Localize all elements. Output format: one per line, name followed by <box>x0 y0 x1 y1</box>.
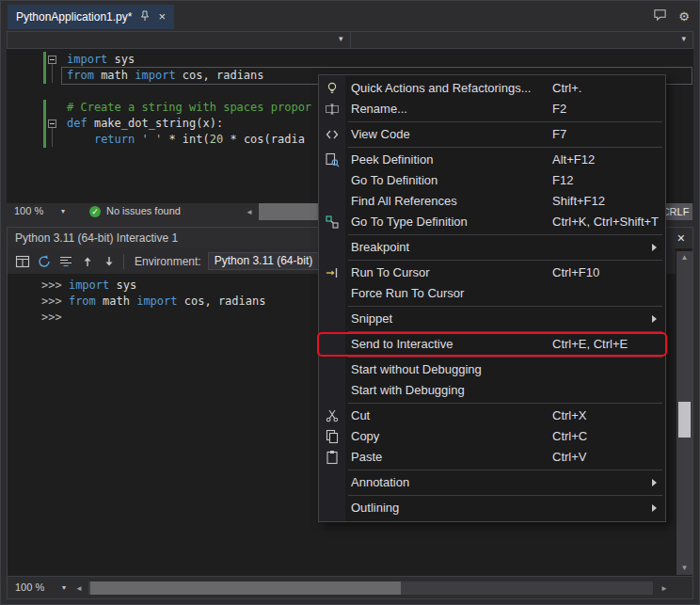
console-token: math <box>96 295 136 308</box>
pin-icon[interactable] <box>139 10 151 24</box>
peek-definition-icon <box>325 152 340 167</box>
submenu-arrow-icon <box>652 244 657 251</box>
code-token <box>135 133 141 146</box>
menu-item-label: Start with Debugging <box>351 383 465 397</box>
menu-item-cut[interactable]: Cut Ctrl+X <box>319 406 665 426</box>
menu-item-label: Start without Debugging <box>351 362 482 376</box>
menu-item-run-to-cursor[interactable]: Run To Cursor Ctrl+F10 <box>319 263 665 283</box>
console-token: import <box>136 295 177 308</box>
menu-item-snippet[interactable]: Snippet <box>319 309 665 329</box>
code-token: cos, radians <box>176 69 264 82</box>
code-token: import <box>135 69 175 82</box>
chevron-down-icon: ▾ <box>681 34 686 43</box>
menu-item-start-with-debugging[interactable]: Start with Debugging <box>319 380 665 401</box>
go-to-type-definition-icon <box>325 215 340 230</box>
submenu-arrow-icon <box>652 479 657 486</box>
code-token: 20 <box>210 133 223 146</box>
menu-separator <box>348 121 662 122</box>
types-dropdown[interactable]: ▾ <box>8 32 350 48</box>
menu-item-label: View Code <box>351 127 410 141</box>
scroll-down-icon[interactable]: ▼ <box>676 562 692 575</box>
menu-item-copy[interactable]: Copy Ctrl+C <box>319 426 665 447</box>
menu-item-label: Paste <box>351 450 382 464</box>
close-tab-icon[interactable]: × <box>158 11 166 23</box>
scroll-left-icon[interactable]: ◄ <box>246 208 253 216</box>
members-dropdown[interactable]: ▾ <box>350 32 693 48</box>
fold-collapse-icon[interactable] <box>48 56 56 64</box>
menu-item-shortcut: Ctrl+K, Ctrl+Shift+T <box>552 212 659 232</box>
copy-icon <box>325 429 340 444</box>
console-token: from <box>69 295 96 308</box>
gear-icon[interactable]: ⚙ <box>678 9 690 24</box>
menu-item-outlining[interactable]: Outlining <box>319 498 665 518</box>
menu-item-shortcut: Ctrl+E, Ctrl+E <box>552 334 628 355</box>
vs-window: PythonApplication1.py* × ⚙ ▾ ▾ <box>0 0 700 605</box>
toolbar-separator <box>123 254 124 269</box>
reset-repl-icon[interactable] <box>37 254 52 269</box>
menu-item-shortcut: F7 <box>552 124 566 145</box>
code-token: make_dot_string(x): <box>88 117 224 130</box>
menu-item-peek-definition[interactable]: Peek Definition Alt+F12 <box>319 150 665 170</box>
scroll-up-icon[interactable]: ▲ <box>676 251 692 264</box>
menu-item-label: Send to Interactive <box>351 337 453 351</box>
menu-item-shortcut: Ctrl+X <box>552 406 586 426</box>
code-token: # Create a string with spaces propor <box>67 101 311 114</box>
menu-item-view-code[interactable]: View Code F7 <box>319 124 665 145</box>
menu-item-start-without-debugging[interactable]: Start without Debugging <box>319 359 665 380</box>
panel-vertical-scrollbar[interactable]: ▲ ▼ <box>676 251 692 575</box>
menu-item-annotation[interactable]: Annotation <box>319 472 665 493</box>
scrollbar-thumb[interactable] <box>678 402 691 438</box>
menu-item-rename[interactable]: Rename... F2 <box>319 99 665 119</box>
chevron-down-icon[interactable]: ▾ <box>61 207 65 215</box>
scroll-right-icon[interactable]: ► <box>660 584 668 593</box>
menu-item-label: Run To Cursor <box>351 265 430 279</box>
menu-item-paste[interactable]: Paste Ctrl+V <box>319 447 665 468</box>
issues-check-icon: ✓ <box>89 206 101 217</box>
interactive-options-icon[interactable] <box>15 254 30 269</box>
run-to-cursor-icon <box>325 265 340 280</box>
menu-item-find-all-references[interactable]: Find All References Shift+F12 <box>319 191 665 212</box>
menu-item-go-to-definition[interactable]: Go To Definition F12 <box>319 170 665 191</box>
view-code-icon <box>325 127 340 142</box>
clear-screen-icon[interactable] <box>58 254 73 269</box>
scrollbar-thumb[interactable] <box>90 581 401 595</box>
menu-item-label: Rename... <box>351 102 407 116</box>
menu-item-force-run-to-cursor[interactable]: Force Run To Cursor <box>319 283 665 304</box>
code-token: sys <box>107 53 135 66</box>
panel-zoom-control[interactable]: 100 % <box>15 581 44 593</box>
menu-item-label: Peek Definition <box>351 152 433 167</box>
history-previous-icon[interactable] <box>80 254 95 269</box>
menu-item-label: Quick Actions and Refactorings... <box>351 81 531 95</box>
console-token: cos, radians <box>178 295 266 308</box>
menu-item-shortcut: Ctrl+C <box>552 426 587 447</box>
menu-item-quick-actions[interactable]: Quick Actions and Refactorings... Ctrl+. <box>319 78 665 99</box>
code-token: * cos(radia <box>223 133 305 146</box>
console-prompt: >>> <box>41 310 62 324</box>
chevron-down-icon[interactable]: ▾ <box>62 583 66 592</box>
menu-separator <box>348 147 662 148</box>
tab-bar: PythonApplication1.py* × ⚙ <box>1 1 699 29</box>
menu-item-shortcut: Ctrl+V <box>552 447 586 468</box>
panel-horizontal-scrollbar[interactable] <box>88 581 653 595</box>
menu-item-label: Outlining <box>351 501 399 515</box>
menu-item-breakpoint[interactable]: Breakpoint <box>319 237 665 258</box>
history-next-icon[interactable] <box>102 254 117 269</box>
code-token: from <box>67 69 94 82</box>
menu-item-shortcut: Shift+F12 <box>552 191 605 212</box>
fold-collapse-icon[interactable] <box>48 119 56 128</box>
feedback-icon[interactable] <box>653 8 667 25</box>
editor-zoom-control[interactable]: 100 % <box>14 205 43 216</box>
editor-navigation-bar: ▾ ▾ <box>7 31 693 49</box>
lightbulb-icon <box>325 81 340 96</box>
menu-item-shortcut: Ctrl+F10 <box>552 263 599 283</box>
scroll-left-icon[interactable]: ◄ <box>75 584 83 593</box>
menu-item-label: Find All References <box>351 194 457 208</box>
panel-status-bar: 100 % ▾ ◄ ► <box>8 576 692 598</box>
environment-label: Environment: <box>135 255 201 268</box>
menu-item-go-to-type-definition[interactable]: Go To Type Definition Ctrl+K, Ctrl+Shift… <box>319 212 665 232</box>
close-panel-icon[interactable]: × <box>677 228 685 248</box>
tab-pythonapplication1[interactable]: PythonApplication1.py* × <box>8 5 174 29</box>
menu-item-label: Force Run To Cursor <box>351 286 464 300</box>
menu-item-send-to-interactive[interactable]: Send to Interactive Ctrl+E, Ctrl+E <box>319 334 665 355</box>
console-prompt: >>> <box>41 295 69 308</box>
